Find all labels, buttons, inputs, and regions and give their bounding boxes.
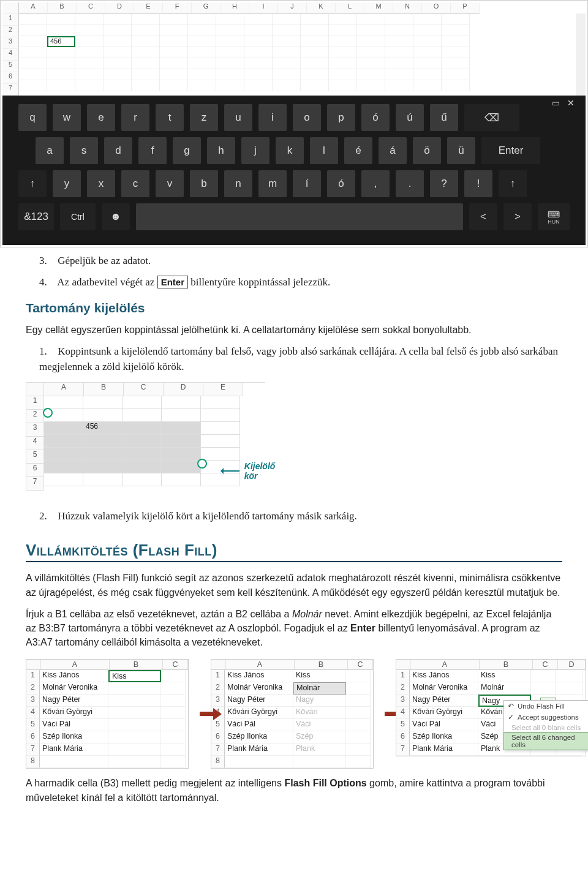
cell[interactable]	[201, 422, 240, 435]
on-screen-keyboard[interactable]: ▭ ✕ qwertzuiopóúű⌫ asdfghjkléáöüEnter ↑y…	[2, 96, 586, 245]
cell[interactable]	[75, 69, 104, 80]
cell[interactable]	[160, 25, 188, 36]
row-header[interactable]: 4	[26, 437, 44, 450]
cell[interactable]	[442, 69, 470, 80]
kb-key-i[interactable]: i	[258, 104, 287, 131]
row-header[interactable]: 1	[2, 14, 19, 26]
cell[interactable]	[244, 58, 273, 69]
kb-key-m[interactable]: m	[258, 170, 287, 197]
col-header[interactable]: P	[451, 2, 480, 14]
cell[interactable]: Kiss	[293, 670, 346, 682]
col-header[interactable]: N	[393, 2, 422, 14]
cell[interactable]	[301, 36, 329, 47]
cell[interactable]	[216, 69, 244, 80]
row-header[interactable]: 3	[211, 695, 225, 707]
cell[interactable]	[104, 80, 132, 91]
kb-shift-left-key[interactable]: ↑	[18, 170, 47, 197]
cell[interactable]	[132, 25, 160, 36]
cell[interactable]	[216, 80, 244, 91]
cell[interactable]	[108, 731, 161, 744]
cell[interactable]: Molnár Veronika	[40, 682, 108, 695]
cell[interactable]	[132, 69, 160, 80]
kb-key-y[interactable]: y	[53, 170, 81, 197]
cell[interactable]	[201, 409, 240, 422]
cell[interactable]: Váci Pál	[225, 719, 293, 731]
cell[interactable]: Kővári	[293, 707, 346, 719]
cell[interactable]: 456	[47, 36, 75, 47]
cell[interactable]: Kiss	[478, 670, 531, 682]
kb-key-ű[interactable]: ű	[430, 104, 458, 131]
row-header[interactable]: 2	[26, 682, 40, 695]
cell[interactable]	[104, 58, 132, 69]
cell[interactable]	[47, 14, 75, 25]
kb-key-g[interactable]: g	[173, 137, 201, 164]
cell[interactable]	[244, 14, 273, 25]
cell[interactable]	[83, 435, 123, 448]
cell[interactable]	[413, 47, 442, 58]
cell[interactable]	[329, 36, 357, 47]
kb-key-o[interactable]: o	[293, 104, 321, 131]
kb-key-j[interactable]: j	[241, 137, 270, 164]
cell[interactable]: Váci Pál	[410, 719, 478, 731]
cell[interactable]	[47, 69, 75, 80]
kb-key-n[interactable]: n	[224, 170, 252, 197]
cell[interactable]: 456	[83, 422, 123, 435]
kb-key-q[interactable]: q	[18, 104, 47, 131]
cell[interactable]	[531, 682, 556, 695]
cell[interactable]	[329, 25, 357, 36]
row-header[interactable]: 1	[211, 670, 225, 682]
col-header[interactable]: D	[558, 660, 586, 670]
col-header[interactable]: C	[77, 2, 105, 14]
row-header[interactable]: 3	[2, 37, 19, 49]
kb-dock-icon[interactable]: ▭	[552, 98, 560, 108]
cell[interactable]	[301, 25, 329, 36]
menu-undo-flash-fill[interactable]: ↶Undo Flash Fill	[504, 701, 588, 712]
cell[interactable]	[329, 69, 357, 80]
col-header[interactable]: E	[203, 383, 243, 396]
cell[interactable]	[123, 422, 162, 435]
cell[interactable]	[329, 14, 357, 25]
selection-handle-top-left[interactable]	[43, 408, 53, 418]
cell[interactable]	[188, 47, 216, 58]
kb-key-b[interactable]: b	[190, 170, 218, 197]
cell[interactable]	[123, 473, 162, 486]
cell[interactable]	[244, 47, 273, 58]
cell[interactable]: Kiss	[108, 670, 161, 682]
cell[interactable]	[357, 69, 385, 80]
cell[interactable]	[188, 36, 216, 47]
cell[interactable]: Plank Mária	[225, 744, 293, 756]
cell[interactable]	[442, 47, 470, 58]
kb-key-e[interactable]: e	[87, 104, 115, 131]
cell[interactable]	[19, 69, 47, 80]
row-header[interactable]: 4	[26, 707, 40, 719]
kb-key-ó[interactable]: ó	[327, 170, 355, 197]
cell[interactable]	[556, 682, 582, 695]
cell[interactable]	[346, 731, 371, 744]
cell[interactable]	[160, 58, 188, 69]
cell[interactable]	[273, 36, 301, 47]
menu-select-changed[interactable]: Select all 6 changed cells	[503, 732, 588, 750]
cell[interactable]	[301, 14, 329, 25]
kb-key-ú[interactable]: ú	[396, 104, 424, 131]
kb-key-ó[interactable]: ó	[361, 104, 390, 131]
col-header[interactable]: J	[278, 2, 307, 14]
cell[interactable]	[273, 80, 301, 91]
cell[interactable]: Szép Ilonka	[225, 731, 293, 744]
cell[interactable]	[188, 14, 216, 25]
cell[interactable]	[108, 707, 161, 719]
cell[interactable]	[385, 25, 413, 36]
cell[interactable]	[161, 695, 186, 707]
cell[interactable]	[413, 69, 442, 80]
kb-key-é[interactable]: é	[344, 137, 372, 164]
cell[interactable]	[162, 435, 201, 448]
cell[interactable]: Szép Ilonka	[410, 731, 478, 744]
cell[interactable]	[385, 14, 413, 25]
cell[interactable]	[162, 396, 201, 409]
kb-key-c[interactable]: c	[121, 170, 149, 197]
cell[interactable]	[273, 14, 301, 25]
cell[interactable]	[442, 14, 470, 25]
row-header[interactable]: 8	[26, 756, 40, 768]
cell[interactable]: Kővári Györgyi	[40, 707, 108, 719]
cell[interactable]: Kiss János	[225, 670, 293, 682]
cell[interactable]	[104, 36, 132, 47]
